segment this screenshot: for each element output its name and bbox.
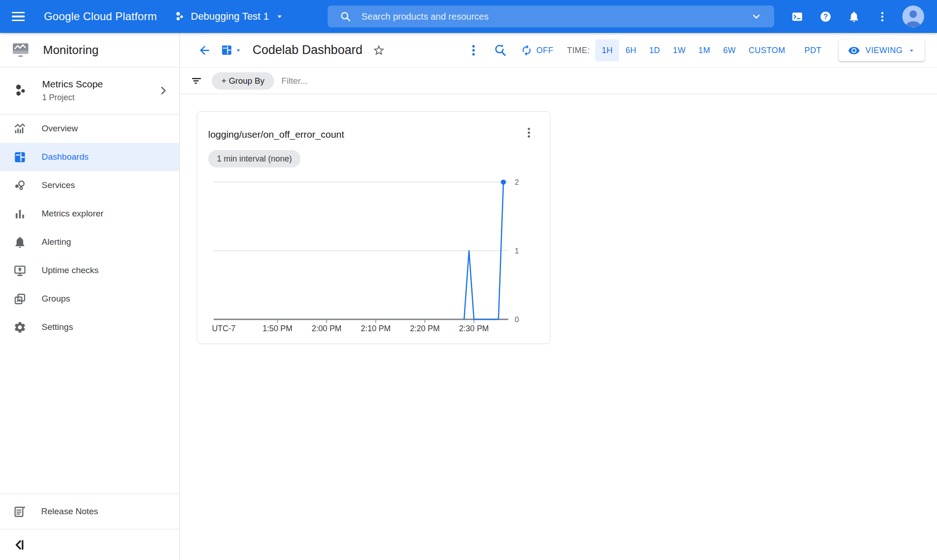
zoom-reset-icon[interactable] [493,43,507,57]
avatar[interactable] [902,5,924,27]
project-selector[interactable]: Debugging Test 1 [173,11,285,22]
chart-options-button[interactable] [522,126,535,139]
time-range-custom[interactable]: CUSTOM [742,39,792,61]
time-range-6w[interactable]: 6W [716,39,742,61]
filter-input[interactable] [281,76,937,86]
favorite-star-icon[interactable] [372,44,385,57]
sidebar-item-label: Metrics explorer [42,209,103,219]
metrics-scope-hexagons-icon [12,83,28,98]
viewing-mode-button[interactable]: VIEWING [839,39,925,61]
filter-bar: + Group By [180,68,937,94]
refresh-state-label: OFF [536,46,553,55]
metrics-scope-selector[interactable]: Metrics Scope 1 Project [0,67,179,114]
sidebar-item-services[interactable]: Services [0,171,179,199]
search-icon [339,11,351,22]
uptime-icon [13,264,27,277]
metric-chart-svg: 0121:50 PM2:00 PM2:10 PM2:20 PM2:30 PMUT… [197,171,536,340]
auto-refresh-toggle[interactable]: OFF [521,44,553,56]
main-content: Codelab Dashboard OFF TIME: 1H6H1D1W1M6W… [180,33,937,560]
sidebar-item-uptime-checks[interactable]: Uptime checks [0,256,179,285]
collapse-sidebar-icon[interactable] [11,537,27,553]
notifications-button[interactable] [845,7,863,26]
help-button[interactable]: ? [816,7,835,26]
release-notes-icon [13,505,27,518]
sidebar-item-dashboards[interactable]: Dashboards [0,143,179,171]
sidebar-item-release-notes[interactable]: Release Notes [0,494,179,529]
chevron-right-icon [157,85,169,97]
sidebar-footer: Release Notes [0,494,179,560]
dashboard-caret-down-icon [234,46,242,54]
svg-text:?: ? [823,13,828,21]
time-range-1m[interactable]: 1M [692,39,717,61]
sidebar-item-metrics-explorer[interactable]: Metrics explorer [0,199,179,228]
gcp-logo[interactable]: Google Cloud Platform [44,10,157,23]
toolbar-right-cluster: OFF TIME: 1H6H1D1W1M6WCUSTOM PDT VIEWING [467,33,925,68]
svg-text:1: 1 [515,247,519,255]
svg-text:0: 0 [515,315,519,323]
svg-text:2:30 PM: 2:30 PM [459,324,489,333]
dashboards-icon [13,151,27,164]
group-by-button[interactable]: + Group By [212,72,274,90]
more-options-button[interactable] [873,7,891,26]
sidebar-item-label: Overview [42,124,78,134]
filter-list-icon[interactable] [190,75,203,87]
viewing-label: VIEWING [865,46,903,55]
search-input[interactable] [361,11,750,22]
cloud-shell-icon [791,11,803,23]
sidebar-item-label: Groups [42,294,70,304]
svg-text:2:10 PM: 2:10 PM [361,324,391,333]
release-notes-label: Release Notes [41,506,98,517]
help-icon: ? [819,11,832,23]
time-label: TIME: [567,46,590,55]
back-button[interactable] [198,43,211,57]
dashboard-toolbar: Codelab Dashboard OFF TIME: 1H6H1D1W1M6W… [180,33,937,68]
settings-icon [13,321,27,334]
sidebar-item-label: Settings [42,322,73,332]
monitoring-logo-icon [12,41,29,59]
hamburger-menu-icon[interactable] [12,9,27,24]
project-caret-down-icon [275,11,285,22]
gcp-monitoring-page: Google Cloud Platform Debugging Test 1 ?… [0,0,937,560]
dashboard-switcher[interactable] [221,44,242,56]
bell-icon [848,11,860,23]
sidebar-item-label: Uptime checks [42,265,99,275]
sidebar-item-label: Dashboards [42,152,88,162]
dots-vertical-icon [876,11,889,23]
sidebar-item-groups[interactable]: Groups [0,285,179,313]
metric-chart-card: logging/user/on_off_error_count 1 min in… [197,111,550,344]
cloud-shell-button[interactable] [788,7,806,26]
chart-interval-badge: 1 min interval (none) [208,150,301,167]
sidebar-item-alerting[interactable]: Alerting [0,228,179,256]
time-range-6h[interactable]: 6H [619,39,643,61]
services-icon [13,179,27,192]
project-hexagons-icon [173,11,185,22]
search-expand-chevron-icon[interactable] [750,11,762,22]
monitoring-product-header: Monitoring [0,33,179,67]
timezone-button[interactable]: PDT [798,39,828,61]
sidebar-item-label: Services [42,180,75,190]
sidebar-item-overview[interactable]: Overview [0,114,179,143]
dashboard-title: Codelab Dashboard [253,43,362,57]
groups-icon [13,292,27,306]
svg-text:UTC-7: UTC-7 [212,324,236,333]
eye-icon [848,44,860,57]
refresh-icon [521,44,533,56]
sidebar-nav: OverviewDashboardsServicesMetrics explor… [0,114,179,341]
metric-line-chart[interactable]: 0121:50 PM2:00 PM2:10 PM2:20 PM2:30 PMUT… [197,171,536,340]
time-range-1h[interactable]: 1H [595,39,619,61]
time-range-1d[interactable]: 1D [643,39,667,61]
sidebar-item-settings[interactable]: Settings [0,313,179,341]
sidebar-collapse-row [0,529,179,560]
viewing-caret-down-icon [908,47,915,54]
global-search-bar[interactable] [328,5,774,27]
svg-text:1:50 PM: 1:50 PM [263,324,292,333]
svg-text:2:20 PM: 2:20 PM [410,324,440,333]
svg-text:2: 2 [515,178,519,186]
alerting-icon [13,236,27,249]
chart-title: logging/user/on_off_error_count [208,129,344,140]
app-bar: Google Cloud Platform Debugging Test 1 ? [0,0,937,33]
time-range-1w[interactable]: 1W [667,39,692,61]
overview-icon [13,122,27,135]
time-range-chips: 1H6H1D1W1M6WCUSTOM [595,39,792,61]
dashboard-more-options-button[interactable] [467,43,480,57]
